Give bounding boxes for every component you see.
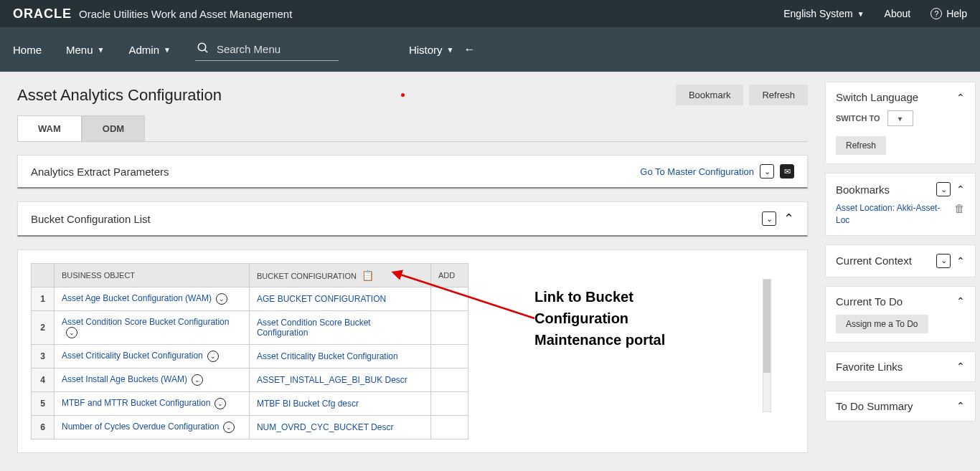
bucket-config-link[interactable]: AGE BUCKET CONFIGURATION (257, 294, 386, 304)
card-title: To Do Summary (836, 400, 956, 412)
bucket-config-link[interactable]: NUM_OVRD_CYC_BUCKET Descr (257, 422, 393, 432)
table-row: 5MTBF and MTTR Bucket Configuration⌄MTBF… (32, 392, 468, 416)
dropdown-menu-icon[interactable]: ⌄ (760, 164, 774, 179)
card-title: Switch Language (836, 91, 956, 103)
collapse-icon[interactable]: ⌃ (956, 400, 965, 411)
right-sidebar: Switch Language ⌃ SWITCH TO ▾ Refresh Bo… (825, 72, 980, 471)
switch-to-label: SWITCH TO (836, 114, 880, 123)
trash-icon[interactable]: 🗑 (954, 202, 965, 214)
card-title: Favorite Links (836, 361, 956, 373)
bucket-table: BUSINESS OBJECT BUCKET CONFIGURATION 📋 A… (31, 263, 468, 439)
table-row: 4Asset Install Age Buckets (WAM)⌄ASSET_I… (32, 368, 468, 392)
tab-odm[interactable]: ODM (82, 115, 145, 141)
context-menu-icon[interactable]: ⌄ (192, 374, 203, 386)
language-select[interactable]: ▾ (887, 110, 913, 126)
business-object-link[interactable]: Asset Install Age Buckets (WAM) (62, 374, 187, 384)
recording-indicator-icon (401, 93, 405, 97)
card-title: Current To Do (836, 295, 956, 308)
row-number: 4 (32, 368, 55, 392)
table-row: 3Asset Criticality Bucket Configuration⌄… (32, 345, 468, 368)
page-title: Asset Analytics Configuration (17, 86, 222, 105)
assign-todo-button[interactable]: Assign me a To Do (836, 315, 928, 333)
business-object-link[interactable]: MTBF and MTTR Bucket Configuration (62, 398, 210, 408)
search-input[interactable] (217, 43, 337, 55)
panel-title: Analytics Extract Parameters (31, 166, 169, 178)
context-menu-icon[interactable]: ⌄ (215, 398, 226, 409)
business-object-link[interactable]: Number of Cycles Overdue Configuration (62, 422, 219, 432)
card-title: Bookmarks (836, 184, 932, 196)
search-menu-group[interactable] (195, 39, 339, 61)
about-link[interactable]: About (885, 8, 911, 19)
card-title: Current Context (836, 254, 932, 267)
collapse-icon[interactable]: ⌃ (956, 184, 965, 195)
bucket-table-container: BUSINESS OBJECT BUCKET CONFIGURATION 📋 A… (17, 249, 808, 453)
nav-admin[interactable]: Admin▼ (128, 44, 170, 56)
collapse-icon[interactable]: ⌃ (956, 92, 965, 103)
bookmark-button[interactable]: Bookmark (676, 85, 744, 105)
chevron-down-icon: ▼ (857, 10, 864, 18)
back-arrow-icon[interactable]: ← (463, 43, 475, 56)
card-switch-language: Switch Language ⌃ SWITCH TO ▾ Refresh (825, 82, 976, 164)
add-cell[interactable] (431, 287, 468, 311)
nav-home[interactable]: Home (13, 44, 42, 56)
add-cell[interactable] (431, 368, 468, 392)
card-todo-summary: To Do Summary ⌃ (825, 391, 976, 422)
refresh-language-button[interactable]: Refresh (836, 136, 886, 155)
col-business-object: BUSINESS OBJECT (55, 264, 250, 287)
tabs: WAM ODM (17, 115, 808, 142)
card-current-todo: Current To Do ⌃ Assign me a To Do (825, 286, 976, 343)
tab-wam[interactable]: WAM (17, 115, 82, 141)
table-row: 1Asset Age Bucket Configuration (WAM)⌄AG… (32, 287, 468, 311)
language-menu[interactable]: English System ▼ (783, 8, 864, 19)
add-cell[interactable] (431, 416, 468, 439)
nav-history[interactable]: History▼ ← (409, 43, 476, 56)
collapse-icon[interactable]: ⌃ (783, 211, 794, 227)
dropdown-menu-icon[interactable]: ⌄ (762, 211, 776, 226)
bucket-config-link[interactable]: MTBF BI Bucket Cfg descr (257, 399, 359, 409)
collapse-icon[interactable]: ⌃ (956, 255, 965, 267)
clipboard-icon[interactable]: 📋 (362, 270, 374, 281)
row-number: 3 (32, 345, 55, 368)
bucket-config-link[interactable]: ASSET_INSTALL_AGE_BI_BUK Descr (257, 375, 407, 385)
table-row: 2Asset Condition Score Bucket Configurat… (32, 311, 468, 345)
add-cell[interactable] (431, 392, 468, 416)
help-link[interactable]: ? Help (930, 8, 967, 19)
chevron-down-icon: ▼ (164, 46, 171, 54)
business-object-link[interactable]: Asset Condition Score Bucket Configurati… (62, 317, 229, 327)
scrollbar-thumb[interactable] (763, 280, 771, 373)
context-menu-icon[interactable]: ⌄ (66, 327, 77, 338)
context-menu-icon[interactable]: ⌄ (216, 293, 227, 305)
context-menu-icon[interactable]: ⌄ (207, 351, 219, 362)
business-object-link[interactable]: Asset Age Bucket Configuration (WAM) (62, 293, 212, 303)
panel-extract-parameters: Analytics Extract Parameters Go To Maste… (17, 155, 808, 189)
help-icon: ? (930, 8, 942, 19)
row-number: 1 (32, 287, 55, 311)
add-cell[interactable] (431, 345, 468, 368)
envelope-icon[interactable]: ✉ (780, 164, 794, 179)
bookmark-link[interactable]: Asset Location: Akki-Asset-Loc (836, 202, 948, 227)
bucket-config-link[interactable]: Asset Criticality Bucket Configuration (257, 351, 398, 361)
business-object-link[interactable]: Asset Criticality Bucket Configuration (62, 351, 203, 361)
svg-point-0 (198, 43, 206, 51)
oracle-logo: ORACLE (13, 6, 72, 22)
card-bookmarks: Bookmarks ⌄ ⌃ Asset Location: Akki-Asset… (825, 173, 976, 236)
annotation-text: Link to Bucket Configuration Maintenance… (534, 286, 665, 351)
col-add: ADD (431, 264, 468, 287)
go-to-master-config-link[interactable]: Go To Master Configuration (640, 166, 754, 177)
bucket-config-link[interactable]: Asset Condition Score Bucket Configurati… (257, 318, 371, 338)
svg-line-1 (204, 49, 207, 52)
row-number: 5 (32, 392, 55, 416)
col-bucket-config: BUCKET CONFIGURATION 📋 (249, 264, 430, 287)
dropdown-menu-icon[interactable]: ⌄ (936, 254, 951, 268)
nav-menu[interactable]: Menu▼ (66, 44, 104, 56)
collapse-icon[interactable]: ⌃ (956, 361, 965, 372)
refresh-button[interactable]: Refresh (749, 85, 808, 105)
scrollbar[interactable] (763, 279, 771, 412)
dropdown-menu-icon[interactable]: ⌄ (936, 182, 951, 196)
chevron-down-icon: ▼ (98, 46, 105, 54)
row-number: 2 (32, 311, 55, 345)
collapse-icon[interactable]: ⌃ (956, 295, 965, 307)
context-menu-icon[interactable]: ⌄ (223, 422, 235, 433)
language-label: English System (783, 8, 852, 19)
add-cell[interactable] (431, 311, 468, 345)
